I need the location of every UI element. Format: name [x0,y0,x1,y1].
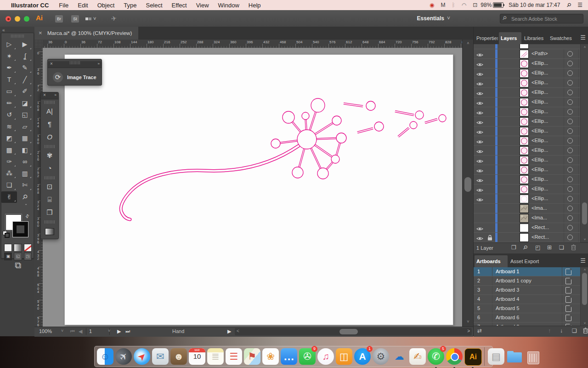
target-circle-icon[interactable] [567,206,573,211]
lasso-tool[interactable]: ʆ [17,51,33,63]
tab-asset-export[interactable]: Asset Export [509,255,549,267]
draw-behind-button[interactable]: ◱ [14,253,22,260]
close-icon[interactable]: × [43,92,46,98]
dock-illustrator-icon[interactable]: Ai [464,348,481,365]
layer-row[interactable]: <Ellip... [474,98,588,107]
free-transform-tool[interactable]: ▱ [17,121,33,133]
dock-whatsapp-icon[interactable]: ✆5 [427,348,445,365]
first-artboard-button[interactable]: ⏮ [70,328,75,334]
panel-menu-icon[interactable]: ☰ [580,34,586,41]
align-panel-icon[interactable]: ⌸ [41,193,58,206]
rectangle-tool[interactable]: ▭ [1,86,17,98]
target-circle-icon[interactable] [567,61,573,66]
panel-menu-icon[interactable]: ☰ [580,257,586,264]
artboard-field-chevron[interactable]: ˅ [108,328,110,333]
dock-pages-icon[interactable]: ✍ [409,348,426,365]
menu-item-type[interactable]: Type [119,2,141,9]
layer-row[interactable]: <Ellip... [474,59,588,69]
menu-item-illustrator-cc[interactable]: Illustrator CC [6,2,54,9]
layer-row[interactable]: <Ellip... [474,69,588,78]
visibility-eye-icon[interactable] [476,90,483,95]
next-artboard-button[interactable]: ▶ [117,328,121,334]
dock-appstore-icon[interactable]: A1 [354,348,371,365]
dock-calendar-icon[interactable]: MAR10 [188,348,206,365]
visibility-eye-icon[interactable] [476,235,483,240]
artboard-row[interactable]: 5Artboard 5 [474,304,588,313]
layer-row[interactable]: <Ellip... [474,146,588,155]
menu-item-effect[interactable]: Effect [167,2,192,9]
visibility-eye-icon[interactable] [476,196,483,201]
visibility-eye-icon[interactable] [476,99,483,104]
current-tool-indicator[interactable]: Hand [172,328,184,334]
target-circle-icon[interactable] [567,148,573,153]
artboard-row[interactable]: 7Artboard 6 copy [474,322,588,326]
menu-item-window[interactable]: Window [214,2,244,9]
paintbrush-tool[interactable]: ✐ [17,86,33,98]
recorder-menu-icon[interactable]: ◉ [430,2,434,8]
pathfinder-panel-icon[interactable]: ❒ [41,206,58,219]
target-circle-icon[interactable] [567,90,573,95]
window-minimize-button[interactable] [15,16,20,22]
swap-fill-stroke-icon[interactable]: ⇄ [24,213,30,219]
target-circle-icon[interactable] [567,235,573,240]
floating-icon-panel-header[interactable]: × » [41,92,58,99]
dock-contacts-icon[interactable]: ☻ [170,348,187,365]
visibility-eye-icon[interactable] [476,186,483,191]
gpu-performance-icon[interactable]: ✈ [111,14,117,23]
target-circle-icon[interactable] [567,186,573,192]
layer-row[interactable]: <Rect... [474,223,588,233]
transform-panel-icon[interactable]: ⊡ [41,180,58,193]
target-circle-icon[interactable] [567,80,573,86]
image-trace-icon[interactable]: ⟳ [53,72,63,82]
artboards-scrollbar[interactable]: ˄ ˅ [580,267,588,326]
column-graph-tool[interactable]: ▥ [17,168,33,180]
wifi-icon[interactable]: ◠ [462,2,466,8]
artboard-page-icon[interactable] [565,287,571,293]
vertical-scrollbar[interactable]: ˄ ˅ [462,40,474,327]
tab-close-icon[interactable]: × [39,27,42,40]
bluetooth-icon[interactable]: ᛒ [452,2,455,8]
target-circle-icon[interactable] [567,51,573,57]
visibility-eye-icon[interactable] [476,80,483,85]
layer-row[interactable]: <Ellip... [474,165,588,175]
layer-row[interactable]: <Ellip... [474,175,588,184]
layers-scroll-thumb[interactable] [582,202,587,224]
layers-scrollbar[interactable]: ˄ ˅ [580,44,588,242]
visibility-eye-icon[interactable] [476,128,483,133]
visibility-eye-icon[interactable] [476,70,483,75]
stroke-swatch[interactable] [13,222,28,237]
rotate-tool[interactable]: ↺ [1,109,17,121]
eyedropper-tool[interactable]: ✑ [1,156,17,168]
direct-selection-tool[interactable]: ▷ [1,39,17,51]
artboard-tool[interactable]: ❏ [1,179,17,191]
dock-itunes-icon[interactable]: ♫ [317,348,334,365]
visibility-eye-icon[interactable] [476,225,483,230]
perspective-grid-tool[interactable]: ▦ [17,132,33,144]
visibility-eye-icon[interactable] [476,138,483,143]
artboard-1-surface[interactable] [64,54,453,325]
tab-properties[interactable]: Properties [475,32,498,44]
layer-row[interactable]: <Ellip... [474,126,588,136]
horizontal-scroll-thumb[interactable] [339,329,358,334]
dock-onedrive-icon[interactable]: ☁ [390,348,408,365]
layer-row[interactable]: <Ellip... [474,78,588,88]
layer-row[interactable]: <Ellip... [474,107,588,117]
scroll-left-icon[interactable]: < [237,328,239,334]
character-panel-icon[interactable]: A| [41,105,58,118]
dock-safari-icon[interactable]: ➤ [133,348,151,365]
last-artboard-button[interactable]: ⏭ [125,328,130,334]
target-circle-icon[interactable] [567,119,573,124]
zoom-chevron-icon[interactable]: ˅ [61,328,63,333]
malwarebytes-icon[interactable]: M [441,2,446,8]
menu-item-view[interactable]: View [192,2,214,9]
horizontal-scrollbar[interactable]: < > [235,328,472,335]
artboard-page-icon[interactable] [565,278,571,284]
artboard-page-icon[interactable] [565,305,571,312]
artboard-row[interactable]: 2Artboard 1 copy [474,276,588,286]
dock-document-icon[interactable]: ▤ [487,348,505,365]
visibility-eye-icon[interactable] [476,167,483,172]
menu-item-edit[interactable]: Edit [73,2,92,9]
shaper-tool[interactable]: ✏ [1,98,17,109]
tab-artboards[interactable]: Artboards [475,255,508,267]
artboard-number-field[interactable]: 1 [86,328,110,335]
